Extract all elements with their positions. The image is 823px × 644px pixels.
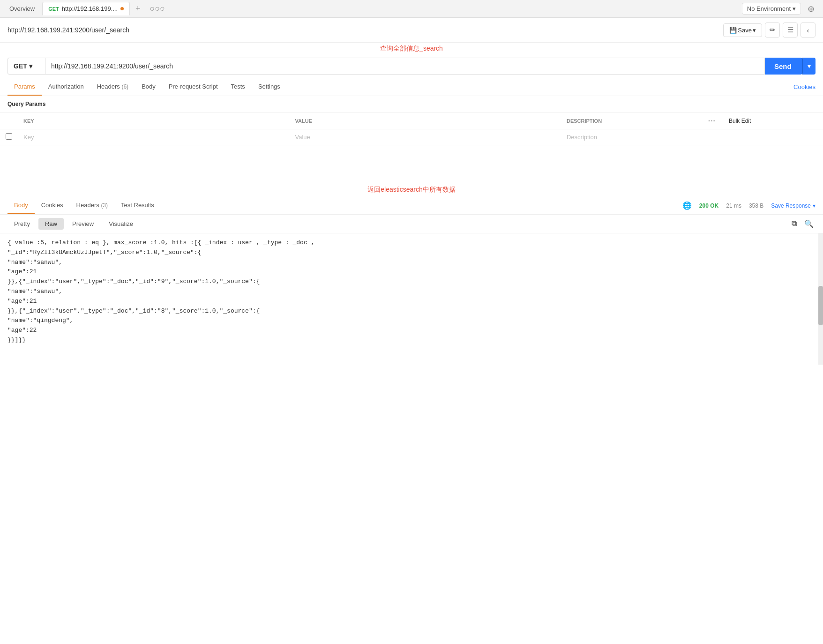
response-body[interactable]: { value :5, relation : eq }, max_score :…	[0, 233, 823, 365]
tab-method-badge: GET	[48, 6, 59, 12]
more-tabs-button[interactable]: ○○○	[146, 2, 169, 15]
save-icon: 💾	[729, 27, 737, 34]
active-request-tab[interactable]: GET http://192.168.199....	[42, 2, 130, 15]
tab-params[interactable]: Params	[7, 78, 42, 96]
collapse-button[interactable]: ‹	[801, 22, 816, 37]
resp-tab-cookies[interactable]: Cookies	[35, 197, 70, 214]
value-placeholder: Value	[295, 134, 310, 141]
more-col-header: ⋯	[700, 112, 723, 129]
status-code: 200 OK	[699, 202, 718, 209]
edit-icon: ✏	[770, 26, 776, 34]
save-button[interactable]: 💾 Save ▾	[723, 23, 762, 37]
tab-authorization[interactable]: Authorization	[42, 78, 90, 96]
response-line: "age":21	[7, 267, 816, 277]
resp-tab-headers[interactable]: Headers (3)	[70, 197, 114, 214]
environment-label: No Environment	[747, 5, 791, 12]
response-line: }}]}}	[7, 336, 816, 345]
key-col-header: KEY	[18, 112, 289, 129]
global-settings-icon[interactable]: ⊕	[803, 2, 819, 16]
save-label: Save	[738, 27, 752, 34]
url-input[interactable]	[45, 58, 765, 75]
scrollbar-thumb[interactable]	[818, 286, 823, 325]
response-line: }},{"_index":"user","_type":"_doc","_id"…	[7, 307, 816, 316]
response-tabs-row: Body Cookies Headers (3) Test Results 🌐 …	[0, 197, 823, 215]
params-table: KEY VALUE DESCRIPTION ⋯ Bulk Edit Key Va…	[0, 112, 823, 145]
response-line: "name":"sanwu",	[7, 287, 816, 297]
description-cell[interactable]: Description	[561, 129, 700, 145]
headers-badge: (6)	[121, 83, 128, 90]
scrollbar-track	[818, 233, 823, 365]
save-response-label: Save Response	[771, 202, 811, 209]
request-tabs-row: Params Authorization Headers (6) Body Pr…	[0, 78, 823, 96]
send-dropdown-button[interactable]: ▾	[802, 58, 816, 75]
sub-tab-actions: ⧉ 🔍	[790, 217, 816, 230]
table-row: Key Value Description	[0, 129, 823, 145]
method-dropdown-icon: ▾	[29, 62, 32, 70]
overview-tab-label: Overview	[9, 5, 35, 12]
response-size: 358 B	[749, 202, 763, 209]
resp-tab-body[interactable]: Body	[7, 197, 35, 214]
check-col-header	[0, 112, 18, 129]
comment-button[interactable]: ☰	[783, 22, 798, 37]
key-cell[interactable]: Key	[18, 129, 289, 145]
response-line: "name":"sanwu",	[7, 258, 816, 268]
tab-tests[interactable]: Tests	[224, 78, 252, 96]
row-checkbox-cell	[0, 129, 18, 145]
globe-icon: 🌐	[682, 201, 692, 210]
send-label: Send	[774, 62, 792, 70]
response-line: "name":"qingdeng",	[7, 316, 816, 326]
response-body-container: { value :5, relation : eq }, max_score :…	[0, 233, 823, 365]
request-title-bar: http://192.168.199.241:9200/user/_search…	[0, 18, 823, 43]
response-line: "_id":"RyZll3kBAmckUzJJpetT","_score":1.…	[7, 248, 816, 258]
value-cell[interactable]: Value	[289, 129, 561, 145]
subtab-pretty[interactable]: Pretty	[7, 218, 37, 230]
resp-headers-badge: (3)	[101, 202, 108, 209]
subtab-preview[interactable]: Preview	[66, 218, 100, 230]
response-annotation: 返回eleasticsearch中所有数据	[0, 183, 823, 197]
response-status-area: 🌐 200 OK 21 ms 358 B Save Response ▾	[682, 201, 816, 210]
value-col-header: VALUE	[289, 112, 561, 129]
subtab-raw[interactable]: Raw	[38, 218, 64, 230]
method-label: GET	[14, 62, 27, 70]
title-actions: 💾 Save ▾ ✏ ☰ ‹	[723, 22, 816, 37]
subtab-visualize[interactable]: Visualize	[102, 218, 140, 230]
cookies-link[interactable]: Cookies	[793, 83, 816, 90]
response-line: }},{"_index":"user","_type":"_doc","_id"…	[7, 277, 816, 287]
tab-body[interactable]: Body	[135, 78, 162, 96]
bulk-edit-header[interactable]: Bulk Edit	[723, 112, 823, 129]
add-tab-button[interactable]: +	[132, 2, 144, 15]
chevron-left-icon: ‹	[807, 26, 809, 34]
copy-icon[interactable]: ⧉	[790, 217, 799, 230]
overview-tab[interactable]: Overview	[4, 2, 40, 15]
search-icon[interactable]: 🔍	[802, 217, 816, 230]
spacer	[0, 145, 823, 183]
response-line: "age":21	[7, 297, 816, 307]
row-checkbox[interactable]	[6, 133, 12, 140]
edit-button[interactable]: ✏	[765, 22, 780, 37]
query-params-section-title: Query Params	[0, 96, 823, 112]
chevron-down-icon: ▾	[793, 5, 796, 12]
save-response-button[interactable]: Save Response ▾	[771, 202, 816, 209]
method-select[interactable]: GET ▾	[7, 58, 45, 75]
save-dropdown-icon: ▾	[753, 27, 756, 34]
tab-bar: Overview GET http://192.168.199.... + ○○…	[0, 0, 823, 18]
tab-prerequest[interactable]: Pre-request Script	[162, 78, 224, 96]
tab-headers[interactable]: Headers (6)	[90, 78, 135, 96]
response-time: 21 ms	[726, 202, 741, 209]
key-placeholder: Key	[23, 134, 34, 141]
url-bar-group: GET ▾ Send ▾	[7, 58, 816, 75]
resp-tab-test-results[interactable]: Test Results	[114, 197, 161, 214]
table-more-icon[interactable]: ⋯	[708, 117, 715, 125]
request-url-display: http://192.168.199.241:9200/user/_search	[7, 26, 719, 34]
send-dropdown-icon: ▾	[808, 62, 811, 70]
environment-selector[interactable]: No Environment ▾	[742, 3, 801, 15]
comment-icon: ☰	[787, 26, 793, 34]
tab-settings[interactable]: Settings	[252, 78, 287, 96]
send-button[interactable]: Send	[765, 58, 802, 75]
response-sub-tabs-row: Pretty Raw Preview Visualize ⧉ 🔍	[0, 215, 823, 233]
request-annotation: 查询全部信息_search	[0, 43, 823, 54]
tab-url-label: http://192.168.199....	[62, 5, 118, 12]
description-placeholder: Description	[567, 134, 597, 141]
description-col-header: DESCRIPTION	[561, 112, 700, 129]
response-line: { value :5, relation : eq }, max_score :…	[7, 238, 816, 248]
